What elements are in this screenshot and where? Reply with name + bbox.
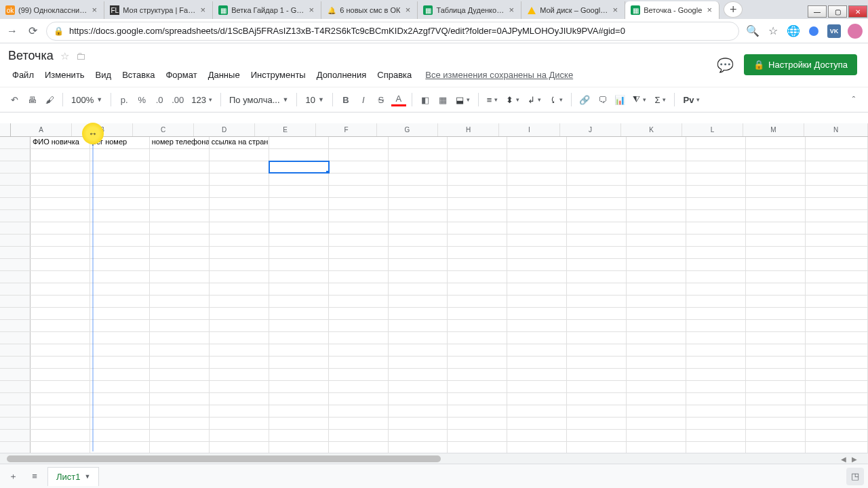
cell[interactable] <box>150 198 210 209</box>
cell[interactable] <box>210 332 269 344</box>
cell[interactable] <box>269 198 329 209</box>
cell[interactable] <box>507 357 567 368</box>
column-header-K[interactable]: K <box>621 123 682 136</box>
cell[interactable] <box>31 149 90 161</box>
cell[interactable] <box>448 430 507 441</box>
cell[interactable] <box>329 442 389 453</box>
cell[interactable] <box>686 235 746 246</box>
cell[interactable] <box>389 369 448 380</box>
cell[interactable] <box>210 247 269 258</box>
cell[interactable] <box>686 222 746 234</box>
cell[interactable] <box>627 149 686 161</box>
cell[interactable] <box>746 357 806 368</box>
cell[interactable] <box>448 332 507 344</box>
row-header[interactable] <box>0 235 31 246</box>
cell[interactable] <box>567 442 627 453</box>
cell[interactable] <box>448 296 507 307</box>
menu-addons[interactable]: Дополнения <box>313 67 371 83</box>
cell[interactable] <box>389 198 448 209</box>
cell[interactable] <box>686 149 746 161</box>
row-header[interactable] <box>0 369 31 380</box>
scroll-left-icon[interactable]: ◀ <box>838 453 849 464</box>
cell[interactable] <box>210 369 269 380</box>
cell[interactable] <box>329 247 389 258</box>
cell[interactable] <box>329 137 389 148</box>
cell[interactable] <box>567 210 627 222</box>
cell[interactable] <box>269 149 329 161</box>
cell[interactable] <box>389 308 448 319</box>
cell[interactable] <box>448 161 507 173</box>
cell[interactable] <box>746 369 806 380</box>
cell[interactable] <box>627 430 686 441</box>
cell[interactable] <box>627 161 686 173</box>
cell[interactable] <box>627 247 686 258</box>
cell[interactable] <box>746 149 806 161</box>
cell[interactable] <box>567 320 627 331</box>
cell[interactable] <box>31 222 90 234</box>
cell[interactable] <box>329 393 389 405</box>
cell[interactable] <box>448 381 507 392</box>
cell[interactable] <box>389 357 448 368</box>
cell[interactable] <box>269 320 329 331</box>
cell[interactable] <box>567 271 627 283</box>
cell[interactable] <box>150 344 210 356</box>
zoom-icon[interactable]: 🔍 <box>746 24 760 37</box>
menu-edit[interactable]: Изменить <box>41 67 89 83</box>
cell[interactable] <box>627 344 686 356</box>
cell[interactable] <box>90 357 150 368</box>
scrollbar-thumb[interactable] <box>7 455 441 462</box>
row-header[interactable] <box>0 442 31 453</box>
cell[interactable] <box>507 198 567 209</box>
cell[interactable] <box>150 235 210 246</box>
column-header-M[interactable]: M <box>743 123 804 136</box>
cell[interactable] <box>448 186 507 197</box>
cell[interactable] <box>329 283 389 295</box>
cell[interactable] <box>150 296 210 307</box>
valign-dropdown[interactable]: ⬍▾ <box>503 95 522 105</box>
cell[interactable] <box>210 149 269 161</box>
cell[interactable] <box>269 259 329 270</box>
cell[interactable] <box>627 320 686 331</box>
merge-dropdown[interactable]: ⬓▾ <box>453 95 473 105</box>
comment-icon[interactable]: 🗨 <box>595 91 610 108</box>
cell[interactable] <box>507 222 567 234</box>
cell[interactable] <box>210 222 269 234</box>
cell[interactable] <box>210 344 269 356</box>
row-header[interactable] <box>0 259 31 270</box>
cell[interactable] <box>31 247 90 258</box>
cell[interactable] <box>389 247 448 258</box>
cell[interactable] <box>329 405 389 417</box>
cell[interactable] <box>269 222 329 234</box>
new-tab-button[interactable]: + <box>724 1 743 18</box>
cell[interactable] <box>389 235 448 246</box>
cell[interactable] <box>806 222 868 234</box>
row-header[interactable] <box>0 344 31 356</box>
column-header-J[interactable]: J <box>560 123 621 136</box>
menu-tools[interactable]: Инструменты <box>247 67 310 83</box>
row-header[interactable] <box>0 210 31 222</box>
cell[interactable] <box>269 381 329 392</box>
row-header[interactable] <box>0 222 31 234</box>
cell[interactable] <box>448 235 507 246</box>
cell[interactable] <box>31 357 90 368</box>
cell[interactable] <box>567 198 627 209</box>
cell[interactable] <box>329 381 389 392</box>
cell[interactable] <box>31 198 90 209</box>
select-all-corner[interactable] <box>0 123 11 136</box>
cell[interactable] <box>507 320 567 331</box>
italic-button[interactable]: I <box>356 91 371 108</box>
cell[interactable] <box>806 247 868 258</box>
browser-tab[interactable]: ▦ Ветка Гайдар 1 - G… × <box>213 1 321 19</box>
cell[interactable] <box>507 369 567 380</box>
cell[interactable] <box>448 222 507 234</box>
maximize-button[interactable]: ▢ <box>828 5 847 18</box>
cell[interactable] <box>686 296 746 307</box>
all-sheets-button[interactable]: ≡ <box>26 468 43 485</box>
cell[interactable] <box>806 271 868 283</box>
cell[interactable] <box>746 332 806 344</box>
cell[interactable] <box>389 222 448 234</box>
cell[interactable] <box>210 418 269 429</box>
cell[interactable] <box>150 369 210 380</box>
cell[interactable] <box>329 271 389 283</box>
cell[interactable] <box>90 247 150 258</box>
